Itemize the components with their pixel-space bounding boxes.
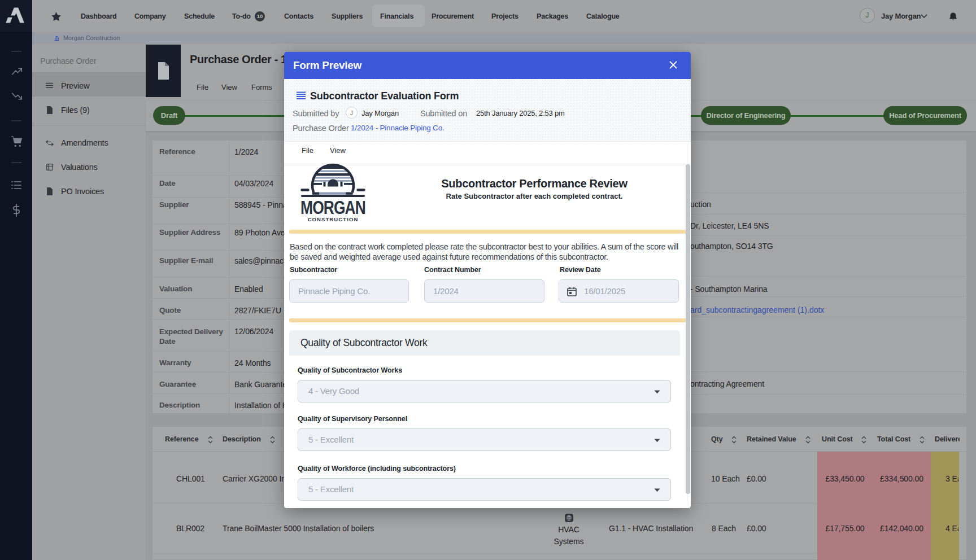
- svg-text:CONSTRUCTION: CONSTRUCTION: [308, 216, 359, 222]
- svg-text:MORGAN: MORGAN: [300, 197, 365, 217]
